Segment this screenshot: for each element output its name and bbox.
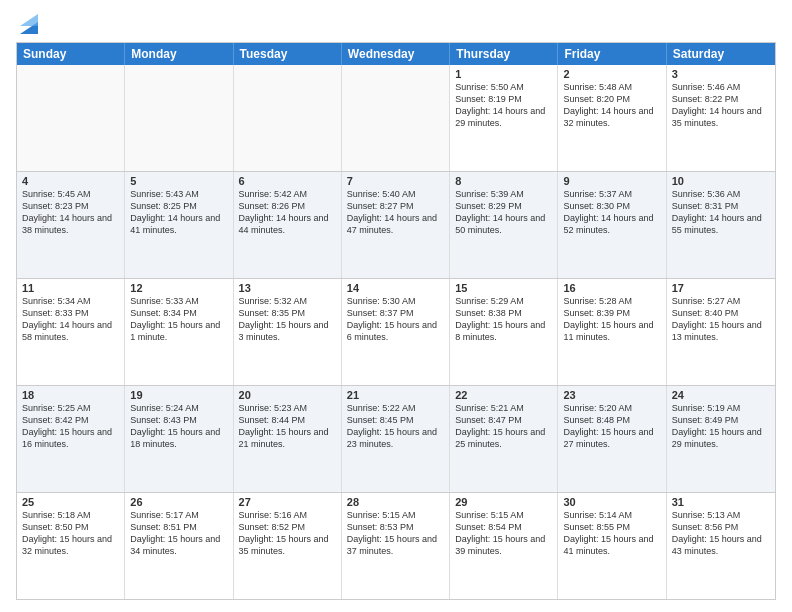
logo-icon bbox=[20, 12, 38, 34]
cell-daylight-text: Sunrise: 5:39 AM Sunset: 8:29 PM Dayligh… bbox=[455, 188, 552, 237]
cell-daylight-text: Sunrise: 5:21 AM Sunset: 8:47 PM Dayligh… bbox=[455, 402, 552, 451]
day-number: 27 bbox=[239, 496, 336, 508]
calendar-body: 1Sunrise: 5:50 AM Sunset: 8:19 PM Daylig… bbox=[17, 65, 775, 599]
day-number: 29 bbox=[455, 496, 552, 508]
cal-cell-day-30: 30Sunrise: 5:14 AM Sunset: 8:55 PM Dayli… bbox=[558, 493, 666, 599]
logo bbox=[16, 12, 38, 34]
cal-cell-day-22: 22Sunrise: 5:21 AM Sunset: 8:47 PM Dayli… bbox=[450, 386, 558, 492]
cal-cell-day-31: 31Sunrise: 5:13 AM Sunset: 8:56 PM Dayli… bbox=[667, 493, 775, 599]
cal-header-wednesday: Wednesday bbox=[342, 43, 450, 65]
cal-cell-day-29: 29Sunrise: 5:15 AM Sunset: 8:54 PM Dayli… bbox=[450, 493, 558, 599]
cal-cell-day-28: 28Sunrise: 5:15 AM Sunset: 8:53 PM Dayli… bbox=[342, 493, 450, 599]
cell-daylight-text: Sunrise: 5:45 AM Sunset: 8:23 PM Dayligh… bbox=[22, 188, 119, 237]
cell-daylight-text: Sunrise: 5:37 AM Sunset: 8:30 PM Dayligh… bbox=[563, 188, 660, 237]
day-number: 17 bbox=[672, 282, 770, 294]
day-number: 2 bbox=[563, 68, 660, 80]
day-number: 25 bbox=[22, 496, 119, 508]
cal-header-friday: Friday bbox=[558, 43, 666, 65]
cell-daylight-text: Sunrise: 5:22 AM Sunset: 8:45 PM Dayligh… bbox=[347, 402, 444, 451]
day-number: 16 bbox=[563, 282, 660, 294]
day-number: 18 bbox=[22, 389, 119, 401]
cal-cell-day-12: 12Sunrise: 5:33 AM Sunset: 8:34 PM Dayli… bbox=[125, 279, 233, 385]
cell-daylight-text: Sunrise: 5:15 AM Sunset: 8:54 PM Dayligh… bbox=[455, 509, 552, 558]
cell-daylight-text: Sunrise: 5:25 AM Sunset: 8:42 PM Dayligh… bbox=[22, 402, 119, 451]
cal-cell-day-5: 5Sunrise: 5:43 AM Sunset: 8:25 PM Daylig… bbox=[125, 172, 233, 278]
day-number: 12 bbox=[130, 282, 227, 294]
cal-header-thursday: Thursday bbox=[450, 43, 558, 65]
day-number: 14 bbox=[347, 282, 444, 294]
day-number: 30 bbox=[563, 496, 660, 508]
cell-daylight-text: Sunrise: 5:14 AM Sunset: 8:55 PM Dayligh… bbox=[563, 509, 660, 558]
cal-cell-day-14: 14Sunrise: 5:30 AM Sunset: 8:37 PM Dayli… bbox=[342, 279, 450, 385]
page: SundayMondayTuesdayWednesdayThursdayFrid… bbox=[0, 0, 792, 612]
cell-daylight-text: Sunrise: 5:17 AM Sunset: 8:51 PM Dayligh… bbox=[130, 509, 227, 558]
cell-daylight-text: Sunrise: 5:40 AM Sunset: 8:27 PM Dayligh… bbox=[347, 188, 444, 237]
cell-daylight-text: Sunrise: 5:15 AM Sunset: 8:53 PM Dayligh… bbox=[347, 509, 444, 558]
cell-daylight-text: Sunrise: 5:34 AM Sunset: 8:33 PM Dayligh… bbox=[22, 295, 119, 344]
cal-cell-day-10: 10Sunrise: 5:36 AM Sunset: 8:31 PM Dayli… bbox=[667, 172, 775, 278]
day-number: 3 bbox=[672, 68, 770, 80]
cal-cell-day-1: 1Sunrise: 5:50 AM Sunset: 8:19 PM Daylig… bbox=[450, 65, 558, 171]
cal-cell-day-4: 4Sunrise: 5:45 AM Sunset: 8:23 PM Daylig… bbox=[17, 172, 125, 278]
day-number: 31 bbox=[672, 496, 770, 508]
cell-daylight-text: Sunrise: 5:33 AM Sunset: 8:34 PM Dayligh… bbox=[130, 295, 227, 344]
cell-daylight-text: Sunrise: 5:48 AM Sunset: 8:20 PM Dayligh… bbox=[563, 81, 660, 130]
cal-cell-day-18: 18Sunrise: 5:25 AM Sunset: 8:42 PM Dayli… bbox=[17, 386, 125, 492]
day-number: 9 bbox=[563, 175, 660, 187]
day-number: 10 bbox=[672, 175, 770, 187]
cal-cell-day-23: 23Sunrise: 5:20 AM Sunset: 8:48 PM Dayli… bbox=[558, 386, 666, 492]
day-number: 13 bbox=[239, 282, 336, 294]
cal-header-monday: Monday bbox=[125, 43, 233, 65]
cal-cell-day-6: 6Sunrise: 5:42 AM Sunset: 8:26 PM Daylig… bbox=[234, 172, 342, 278]
cal-cell-day-11: 11Sunrise: 5:34 AM Sunset: 8:33 PM Dayli… bbox=[17, 279, 125, 385]
cell-daylight-text: Sunrise: 5:29 AM Sunset: 8:38 PM Dayligh… bbox=[455, 295, 552, 344]
cal-header-saturday: Saturday bbox=[667, 43, 775, 65]
cal-cell-empty bbox=[17, 65, 125, 171]
calendar-header-row: SundayMondayTuesdayWednesdayThursdayFrid… bbox=[17, 43, 775, 65]
cal-cell-day-24: 24Sunrise: 5:19 AM Sunset: 8:49 PM Dayli… bbox=[667, 386, 775, 492]
day-number: 26 bbox=[130, 496, 227, 508]
cal-cell-day-9: 9Sunrise: 5:37 AM Sunset: 8:30 PM Daylig… bbox=[558, 172, 666, 278]
cal-cell-day-20: 20Sunrise: 5:23 AM Sunset: 8:44 PM Dayli… bbox=[234, 386, 342, 492]
cal-week-4: 18Sunrise: 5:25 AM Sunset: 8:42 PM Dayli… bbox=[17, 386, 775, 493]
day-number: 15 bbox=[455, 282, 552, 294]
cell-daylight-text: Sunrise: 5:43 AM Sunset: 8:25 PM Dayligh… bbox=[130, 188, 227, 237]
day-number: 7 bbox=[347, 175, 444, 187]
cal-cell-day-8: 8Sunrise: 5:39 AM Sunset: 8:29 PM Daylig… bbox=[450, 172, 558, 278]
day-number: 11 bbox=[22, 282, 119, 294]
day-number: 4 bbox=[22, 175, 119, 187]
cell-daylight-text: Sunrise: 5:24 AM Sunset: 8:43 PM Dayligh… bbox=[130, 402, 227, 451]
cal-cell-day-2: 2Sunrise: 5:48 AM Sunset: 8:20 PM Daylig… bbox=[558, 65, 666, 171]
cal-week-5: 25Sunrise: 5:18 AM Sunset: 8:50 PM Dayli… bbox=[17, 493, 775, 599]
day-number: 28 bbox=[347, 496, 444, 508]
cell-daylight-text: Sunrise: 5:23 AM Sunset: 8:44 PM Dayligh… bbox=[239, 402, 336, 451]
cal-cell-day-25: 25Sunrise: 5:18 AM Sunset: 8:50 PM Dayli… bbox=[17, 493, 125, 599]
day-number: 19 bbox=[130, 389, 227, 401]
day-number: 21 bbox=[347, 389, 444, 401]
day-number: 22 bbox=[455, 389, 552, 401]
cell-daylight-text: Sunrise: 5:28 AM Sunset: 8:39 PM Dayligh… bbox=[563, 295, 660, 344]
cal-cell-day-27: 27Sunrise: 5:16 AM Sunset: 8:52 PM Dayli… bbox=[234, 493, 342, 599]
cal-cell-empty bbox=[342, 65, 450, 171]
cal-header-sunday: Sunday bbox=[17, 43, 125, 65]
cal-week-3: 11Sunrise: 5:34 AM Sunset: 8:33 PM Dayli… bbox=[17, 279, 775, 386]
day-number: 5 bbox=[130, 175, 227, 187]
cal-cell-day-17: 17Sunrise: 5:27 AM Sunset: 8:40 PM Dayli… bbox=[667, 279, 775, 385]
cal-cell-day-3: 3Sunrise: 5:46 AM Sunset: 8:22 PM Daylig… bbox=[667, 65, 775, 171]
cal-week-2: 4Sunrise: 5:45 AM Sunset: 8:23 PM Daylig… bbox=[17, 172, 775, 279]
day-number: 1 bbox=[455, 68, 552, 80]
cal-cell-day-16: 16Sunrise: 5:28 AM Sunset: 8:39 PM Dayli… bbox=[558, 279, 666, 385]
cell-daylight-text: Sunrise: 5:18 AM Sunset: 8:50 PM Dayligh… bbox=[22, 509, 119, 558]
cell-daylight-text: Sunrise: 5:32 AM Sunset: 8:35 PM Dayligh… bbox=[239, 295, 336, 344]
cal-cell-empty bbox=[125, 65, 233, 171]
calendar: SundayMondayTuesdayWednesdayThursdayFrid… bbox=[16, 42, 776, 600]
cell-daylight-text: Sunrise: 5:19 AM Sunset: 8:49 PM Dayligh… bbox=[672, 402, 770, 451]
cal-cell-day-7: 7Sunrise: 5:40 AM Sunset: 8:27 PM Daylig… bbox=[342, 172, 450, 278]
cell-daylight-text: Sunrise: 5:13 AM Sunset: 8:56 PM Dayligh… bbox=[672, 509, 770, 558]
cal-week-1: 1Sunrise: 5:50 AM Sunset: 8:19 PM Daylig… bbox=[17, 65, 775, 172]
day-number: 6 bbox=[239, 175, 336, 187]
cell-daylight-text: Sunrise: 5:50 AM Sunset: 8:19 PM Dayligh… bbox=[455, 81, 552, 130]
cal-cell-day-15: 15Sunrise: 5:29 AM Sunset: 8:38 PM Dayli… bbox=[450, 279, 558, 385]
cell-daylight-text: Sunrise: 5:36 AM Sunset: 8:31 PM Dayligh… bbox=[672, 188, 770, 237]
svg-marker-1 bbox=[20, 14, 38, 26]
